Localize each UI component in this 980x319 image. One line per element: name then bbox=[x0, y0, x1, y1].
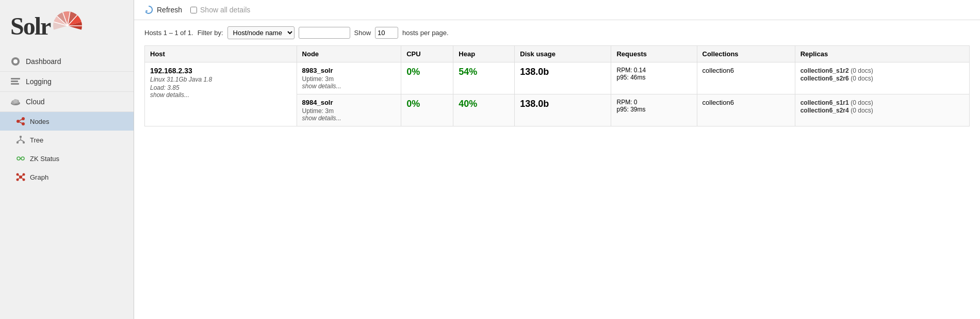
show-label: Show bbox=[354, 29, 371, 37]
refresh-button[interactable]: Refresh bbox=[144, 5, 182, 14]
svg-point-27 bbox=[17, 157, 20, 160]
col-replicas: Replicas bbox=[795, 46, 969, 62]
svg-rect-10 bbox=[11, 81, 18, 82]
table-header-row: Host Node CPU Heap Disk usage Requests C… bbox=[145, 46, 970, 62]
replica-name-2b: collection6_s2r4 bbox=[801, 107, 849, 114]
collection-cell-2: collection6 bbox=[697, 94, 795, 126]
host-cell: 192.168.2.33 Linux 31.1Gb Java 1.8 Load:… bbox=[145, 62, 297, 126]
sidebar-item-zk-status[interactable]: ZK Status bbox=[0, 149, 134, 168]
replicas-cell-2: collection6_s1r1 (0 docs) collection6_s2… bbox=[795, 94, 969, 126]
heap-cell-1: 54% bbox=[453, 62, 515, 94]
node-show-details-1[interactable]: show details... bbox=[302, 83, 396, 90]
dashboard-icon bbox=[10, 56, 21, 67]
host-detail2: Load: 3.85 bbox=[150, 84, 291, 91]
cloud-icon bbox=[10, 97, 21, 107]
svg-rect-23 bbox=[23, 141, 25, 143]
disk-cell-1: 138.0b bbox=[515, 62, 611, 94]
show-all-details-checkbox[interactable] bbox=[190, 7, 197, 13]
collection-1: collection6 bbox=[703, 67, 734, 74]
filter-select[interactable]: Host/node name IP Address Status bbox=[227, 26, 295, 39]
refresh-label: Refresh bbox=[157, 6, 182, 14]
heap-value-2: 40% bbox=[459, 99, 477, 109]
svg-line-25 bbox=[18, 140, 21, 141]
per-page-input[interactable] bbox=[375, 27, 398, 39]
col-disk: Disk usage bbox=[515, 46, 611, 62]
replica-entry: collection6_s2r6 (0 docs) bbox=[801, 74, 964, 82]
cpu-cell-1: 0% bbox=[401, 62, 453, 94]
disk-value-1: 138.0b bbox=[520, 67, 549, 77]
disk-cell-2: 138.0b bbox=[515, 94, 611, 126]
col-collections: Collections bbox=[697, 46, 795, 62]
sidebar-item-nodes-label: Nodes bbox=[30, 118, 50, 125]
zk-icon bbox=[15, 153, 26, 164]
heap-cell-2: 40% bbox=[453, 94, 515, 126]
replica-docs-2b: (0 docs) bbox=[851, 107, 873, 114]
svg-point-15 bbox=[13, 99, 18, 103]
p95-2: p95: 39ms bbox=[616, 106, 691, 113]
sidebar-item-graph[interactable]: Graph bbox=[0, 168, 134, 186]
sidebar-item-dashboard[interactable]: Dashboard bbox=[0, 52, 134, 72]
sidebar-item-logging[interactable]: Logging bbox=[0, 72, 134, 92]
p95-1: p95: 46ms bbox=[616, 74, 691, 81]
col-requests: Requests bbox=[611, 46, 697, 62]
sidebar: Solr bbox=[0, 0, 134, 319]
replica-docs-1b: (0 docs) bbox=[851, 75, 873, 82]
svg-rect-22 bbox=[17, 141, 19, 143]
svg-point-8 bbox=[13, 59, 18, 63]
cpu-value-1: 0% bbox=[406, 67, 420, 77]
sidebar-item-cloud[interactable]: Cloud bbox=[0, 92, 134, 112]
hosts-per-page-label: hosts per page. bbox=[402, 29, 449, 37]
requests-cell-1: RPM: 0.14 p95: 46ms bbox=[611, 62, 697, 94]
toolbar: Refresh Show all details bbox=[134, 0, 980, 20]
collection-2: collection6 bbox=[703, 99, 734, 106]
rpm-1: RPM: 0.14 bbox=[616, 67, 691, 74]
sidebar-item-dashboard-label: Dashboard bbox=[26, 57, 61, 66]
collection-cell-1: collection6 bbox=[697, 62, 795, 94]
host-detail1: Linux 31.1Gb Java 1.8 bbox=[150, 76, 291, 83]
filter-input[interactable] bbox=[299, 27, 350, 39]
sidebar-item-nodes[interactable]: Nodes bbox=[0, 112, 134, 131]
sidebar-nav: Dashboard Logging Cloud bbox=[0, 52, 134, 186]
sidebar-item-tree[interactable]: Tree bbox=[0, 131, 134, 149]
solr-logo-icon bbox=[52, 10, 83, 41]
show-all-details-label[interactable]: Show all details bbox=[190, 6, 250, 14]
show-all-details-text: Show all details bbox=[200, 6, 250, 14]
logo-area: Solr bbox=[0, 5, 134, 52]
node-cell-1: 8983_solr Uptime: 3m show details... bbox=[297, 62, 401, 94]
logging-icon bbox=[10, 76, 21, 87]
svg-line-26 bbox=[21, 140, 24, 141]
col-host: Host bbox=[145, 46, 297, 62]
disk-value-2: 138.0b bbox=[520, 99, 549, 109]
svg-rect-11 bbox=[11, 83, 19, 85]
hosts-text: Hosts 1 – 1 of 1. bbox=[144, 29, 193, 37]
heap-value-1: 54% bbox=[459, 67, 477, 77]
sidebar-item-logging-label: Logging bbox=[26, 77, 52, 86]
cpu-cell-2: 0% bbox=[401, 94, 453, 126]
node-uptime-1: Uptime: 3m bbox=[302, 75, 396, 83]
table-row: 192.168.2.33 Linux 31.1Gb Java 1.8 Load:… bbox=[145, 62, 970, 94]
main-content: Refresh Show all details Hosts 1 – 1 of … bbox=[134, 0, 980, 319]
replica-name-1a: collection6_s1r2 bbox=[801, 67, 849, 74]
replica-name-1b: collection6_s2r6 bbox=[801, 75, 849, 82]
col-heap: Heap bbox=[453, 46, 515, 62]
replica-name-2a: collection6_s1r1 bbox=[801, 99, 849, 106]
nodes-icon bbox=[15, 116, 26, 126]
replica-docs-2a: (0 docs) bbox=[851, 99, 873, 106]
node-name-1: 8983_solr bbox=[302, 67, 396, 74]
host-name: 192.168.2.33 bbox=[150, 67, 291, 75]
node-show-details-2[interactable]: show details... bbox=[302, 115, 396, 122]
svg-rect-9 bbox=[11, 78, 20, 79]
replicas-cell-1: collection6_s1r2 (0 docs) collection6_s2… bbox=[795, 62, 969, 94]
svg-point-28 bbox=[21, 157, 24, 160]
sidebar-item-graph-label: Graph bbox=[30, 173, 48, 181]
node-cell-2: 8984_solr Uptime: 3m show details... bbox=[297, 94, 401, 126]
filter-bar: Hosts 1 – 1 of 1. Filter by: Host/node n… bbox=[134, 20, 980, 45]
replica-entry: collection6_s2r4 (0 docs) bbox=[801, 106, 964, 114]
col-node: Node bbox=[297, 46, 401, 62]
col-cpu: CPU bbox=[401, 46, 453, 62]
host-show-details[interactable]: show details... bbox=[150, 91, 291, 99]
sidebar-item-zk-status-label: ZK Status bbox=[30, 155, 59, 163]
filter-by-label: Filter by: bbox=[198, 29, 223, 37]
cpu-value-2: 0% bbox=[406, 99, 420, 109]
nodes-table: Host Node CPU Heap Disk usage Requests C… bbox=[144, 45, 970, 126]
